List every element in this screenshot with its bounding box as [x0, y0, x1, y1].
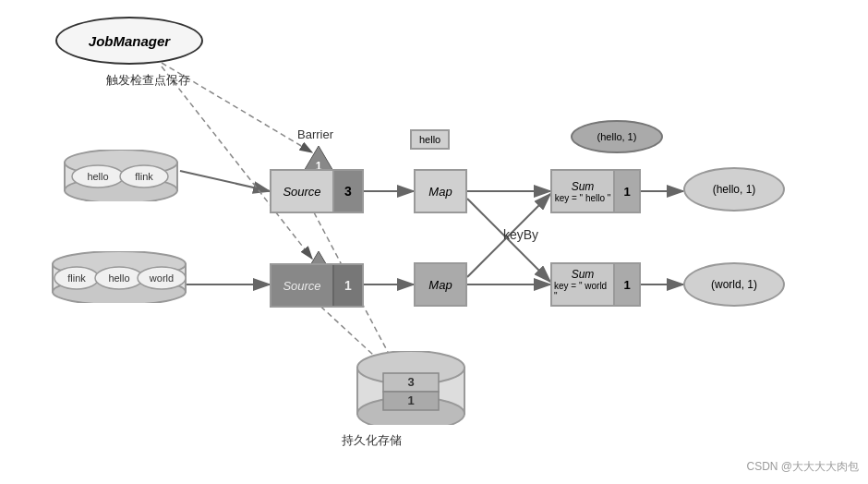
hello-float: hello [410, 129, 450, 150]
trigger-text: 触发检查点保存 [106, 72, 190, 89]
top-sum-num: 1 [613, 171, 639, 212]
storage-label: 持久化存储 [342, 432, 402, 449]
top-source: Source 3 [270, 169, 364, 213]
watermark: CSDN @大大大大肉包 [746, 459, 859, 475]
bottom-cylinder: flink hello world [51, 251, 187, 303]
top-cylinder-svg: hello flink [63, 150, 179, 201]
top-source-label: Source [271, 171, 332, 212]
storage-svg: 3 1 [356, 351, 466, 425]
barrier-label-top: Barrier [297, 127, 333, 141]
top-output: (hello, 1) [683, 167, 785, 212]
job-manager-label: JobManager [89, 33, 170, 49]
bottom-output: (world, 1) [683, 262, 785, 307]
top-source-num: 3 [332, 171, 362, 212]
bottom-sum-num: 1 [613, 264, 639, 305]
svg-line-13 [162, 67, 312, 259]
svg-line-2 [180, 171, 270, 191]
svg-text:hello: hello [108, 272, 129, 284]
bottom-sum-content: Sum key = " world " [552, 264, 613, 305]
top-map: Map [414, 169, 467, 213]
job-manager: JobManager [55, 17, 203, 65]
keyby-label: keyBy [503, 227, 538, 242]
bottom-map: Map [414, 262, 467, 307]
top-cylinder: hello flink [63, 150, 179, 201]
bottom-source-label: Source [271, 265, 332, 306]
svg-text:world: world [149, 272, 174, 284]
bottom-source-num: 1 [332, 265, 362, 306]
svg-text:hello: hello [87, 171, 108, 182]
storage-cylinder: 3 1 [356, 351, 466, 425]
svg-text:1: 1 [407, 393, 414, 407]
top-sum-content: Sum key = " hello " [552, 171, 613, 212]
svg-text:flink: flink [67, 272, 86, 284]
hello-bubble: (hello, 1) [571, 120, 663, 153]
bottom-sum: Sum key = " world " 1 [550, 262, 641, 307]
svg-text:3: 3 [407, 375, 414, 389]
bottom-source: Source 1 [270, 263, 364, 308]
diagram: JobManager 触发检查点保存 hello flink [0, 0, 868, 484]
svg-text:flink: flink [135, 171, 153, 182]
top-sum: Sum key = " hello " 1 [550, 169, 641, 213]
bottom-cylinder-svg: flink hello world [51, 251, 187, 303]
